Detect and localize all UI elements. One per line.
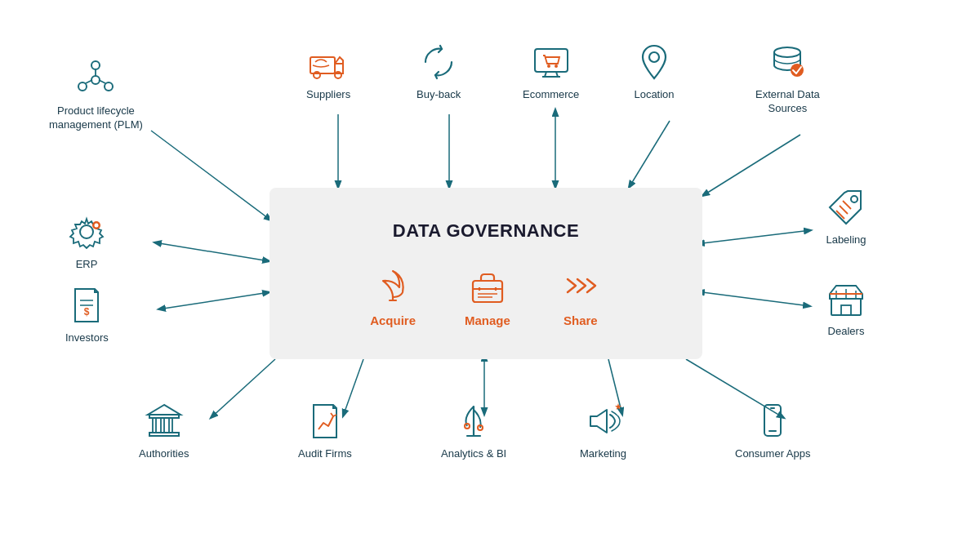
node-suppliers: Suppliers <box>306 41 350 102</box>
svg-point-35 <box>547 64 550 68</box>
suppliers-icon <box>307 41 350 83</box>
external-data-label: External DataSources <box>755 88 820 116</box>
investors-label: Investors <box>65 331 109 345</box>
share-icon <box>559 264 602 307</box>
acquire-item: Acquire <box>370 264 416 327</box>
svg-rect-61 <box>169 418 172 433</box>
node-external-data: External DataSources <box>755 41 820 116</box>
erp-icon <box>65 211 108 253</box>
manage-item: Manage <box>465 264 510 327</box>
manage-label: Manage <box>465 313 510 327</box>
node-location: Location <box>633 41 675 102</box>
svg-rect-31 <box>535 49 568 72</box>
node-authorities: Authorities <box>139 400 189 461</box>
suppliers-label: Suppliers <box>306 88 350 102</box>
analytics-bi-label: Analytics & BI <box>441 447 506 461</box>
node-labeling: Labeling <box>825 186 867 247</box>
svg-point-46 <box>851 196 858 202</box>
svg-point-64 <box>465 424 470 429</box>
acquire-icon <box>372 264 414 307</box>
svg-rect-59 <box>153 418 156 433</box>
authorities-icon <box>143 400 185 442</box>
authorities-label: Authorities <box>139 447 189 461</box>
node-erp: ERP <box>65 211 108 272</box>
ecommerce-label: Ecommerce <box>523 88 579 102</box>
marketing-label: Marketing <box>580 447 626 461</box>
erp-label: ERP <box>76 258 98 272</box>
svg-point-40 <box>80 225 93 238</box>
svg-line-49 <box>843 201 851 209</box>
svg-line-7 <box>163 292 270 309</box>
marketing-icon <box>582 400 625 442</box>
svg-point-38 <box>774 47 800 57</box>
labeling-label: Labeling <box>826 233 866 247</box>
svg-marker-67 <box>615 403 621 410</box>
buyback-icon <box>417 41 460 83</box>
svg-point-23 <box>105 82 113 91</box>
svg-point-21 <box>91 61 100 69</box>
consumer-apps-icon <box>751 400 794 442</box>
investors-icon: $ <box>65 284 108 327</box>
node-buyback: Buy-back <box>416 41 461 102</box>
labeling-icon <box>825 186 867 229</box>
svg-rect-15 <box>473 281 502 302</box>
svg-point-36 <box>555 64 558 68</box>
svg-line-5 <box>702 135 800 196</box>
svg-point-22 <box>78 82 87 91</box>
analytics-bi-icon <box>452 400 495 442</box>
svg-point-37 <box>649 52 659 62</box>
manage-icon <box>466 264 509 307</box>
svg-line-4 <box>629 121 670 188</box>
node-plm: Product lifecyclemanagement (PLM) <box>49 57 143 132</box>
buyback-label: Buy-back <box>416 88 461 102</box>
acquire-label: Acquire <box>370 313 416 327</box>
node-marketing: Marketing <box>580 400 626 461</box>
external-data-icon <box>766 41 808 83</box>
svg-line-9 <box>702 292 810 306</box>
audit-firms-label: Audit Firms <box>298 447 352 461</box>
svg-text:$: $ <box>84 306 90 318</box>
plm-label: Product lifecyclemanagement (PLM) <box>49 104 143 132</box>
plm-icon <box>74 57 117 100</box>
svg-rect-51 <box>841 305 851 315</box>
svg-line-8 <box>702 230 811 243</box>
node-analytics-bi: Analytics & BI <box>441 400 506 461</box>
node-dealers: Dealers <box>825 278 867 339</box>
svg-line-10 <box>211 359 275 418</box>
ecommerce-icon <box>530 41 572 83</box>
svg-rect-60 <box>161 418 164 433</box>
center-title: DATA GOVERNANCE <box>393 220 579 242</box>
svg-point-42 <box>95 224 99 228</box>
location-icon <box>633 41 675 83</box>
share-label: Share <box>564 313 598 327</box>
node-consumer-apps: Consumer Apps <box>735 400 811 461</box>
dealers-icon <box>825 278 867 320</box>
dealers-label: Dealers <box>828 325 865 339</box>
share-item: Share <box>559 264 602 327</box>
center-icons: Acquire Manage <box>370 264 602 327</box>
svg-line-6 <box>159 243 270 261</box>
diagram-container: DATA GOVERNANCE Acquire <box>0 0 980 551</box>
node-ecommerce: Ecommerce <box>523 41 579 102</box>
data-governance-box: DATA GOVERNANCE Acquire <box>270 188 702 359</box>
svg-rect-50 <box>831 299 861 315</box>
consumer-apps-label: Consumer Apps <box>735 447 811 461</box>
location-label: Location <box>634 88 674 102</box>
svg-line-47 <box>840 206 848 214</box>
node-investors: $ Investors <box>65 284 109 345</box>
svg-marker-58 <box>148 405 180 415</box>
svg-line-0 <box>151 131 271 220</box>
audit-firms-icon <box>304 400 346 442</box>
node-audit-firms: Audit Firms <box>298 400 352 461</box>
svg-point-24 <box>91 76 100 84</box>
